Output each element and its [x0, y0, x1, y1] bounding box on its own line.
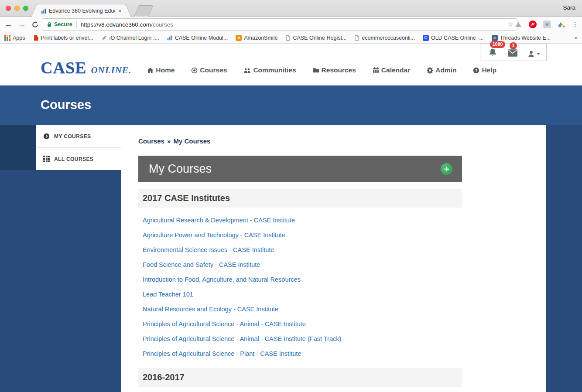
- address-bar[interactable]: Secure https://v8.edvance360.com/courses…: [42, 18, 517, 31]
- course-link[interactable]: Principles of Agricultural Science - Pla…: [143, 350, 301, 357]
- browser-window: Edvance 360 Evolving Educati × Sara ← → …: [0, 0, 582, 392]
- page-icon: [354, 35, 359, 41]
- list-item: Environmental Science Issues - CASE Inst…: [138, 242, 462, 257]
- bookmark-item[interactable]: C OLD CASE Online -...: [423, 35, 484, 41]
- communities-icon: [243, 67, 251, 74]
- page-content: CASE ONLINE. Home Courses Communities: [0, 44, 582, 392]
- person-icon: [527, 50, 535, 58]
- secure-label: Secure: [54, 21, 72, 27]
- nav-courses[interactable]: Courses: [191, 66, 227, 74]
- list-item: Lead Teacher 101: [138, 287, 462, 302]
- nav-home[interactable]: Home: [147, 66, 175, 74]
- traffic-lights: [6, 6, 28, 11]
- close-window-button[interactable]: [6, 6, 11, 11]
- add-course-button[interactable]: +: [441, 163, 452, 175]
- browser-profile-name[interactable]: Sara: [563, 4, 575, 11]
- left-rail: MY COURSES ALL COURSES: [0, 125, 121, 392]
- main-navigation: Home Courses Communities Resources Calen…: [147, 66, 496, 74]
- course-link[interactable]: Lead Teacher 101: [143, 291, 193, 298]
- bookmark-star-icon[interactable]: ☆: [508, 20, 514, 28]
- course-link[interactable]: Agriculture Power and Technology - CASE …: [143, 232, 285, 239]
- back-icon[interactable]: ←: [4, 19, 13, 30]
- calendar-icon: [373, 67, 379, 74]
- courses-icon: [191, 67, 198, 74]
- case-online-logo[interactable]: CASE ONLINE.: [41, 59, 131, 76]
- bookmark-item[interactable]: CASE Online Modul...: [167, 35, 228, 41]
- envelope-icon: [508, 49, 517, 57]
- apps-shortcut[interactable]: Apps: [4, 35, 25, 41]
- zoom-window-button[interactable]: [23, 6, 28, 11]
- bookmark-item[interactable]: CASE Online Regist...: [285, 35, 346, 41]
- browser-tab[interactable]: Edvance 360 Evolving Educati ×: [38, 4, 125, 17]
- section-header: 2016-2017: [138, 368, 462, 387]
- course-list: Agricultural Research & Development - CA…: [138, 208, 462, 361]
- bookmark-item[interactable]: a AmazonSmile: [236, 35, 277, 41]
- c-badge-icon: C: [423, 35, 429, 41]
- bell-icon: [488, 48, 497, 57]
- pinterest-extension-icon[interactable]: P: [529, 20, 537, 28]
- breadcrumb: Courses»My Courses: [138, 137, 546, 145]
- bookmark-item[interactable]: ✕ Threads Website E...: [492, 35, 551, 41]
- nav-admin[interactable]: Admin: [427, 66, 456, 74]
- tab-close-icon[interactable]: ×: [117, 7, 123, 14]
- section-header: 2017 CASE Institutes: [138, 189, 462, 208]
- document-red-icon: [33, 35, 39, 41]
- site-header: CASE ONLINE. Home Courses Communities: [0, 44, 582, 85]
- list-item: Principles of Agricultural Science - Ani…: [138, 331, 462, 346]
- my-courses-panel: My Courses + 2017 CASE Institutes Agricu…: [138, 156, 462, 392]
- course-link[interactable]: Natural Resources and Ecology - CASE Ins…: [143, 306, 278, 313]
- list-item: Agricultural Research & Development - CA…: [138, 213, 462, 228]
- page-icon: [285, 35, 291, 41]
- bookmark-item[interactable]: Print labels or envel...: [33, 35, 93, 41]
- r-extension-icon[interactable]: R: [543, 20, 551, 28]
- bookmark-item[interactable]: iO Channel Login :...: [101, 35, 159, 41]
- nav-resources[interactable]: Resources: [313, 66, 356, 74]
- bookmark-item[interactable]: ecommercecaseonli...: [354, 35, 415, 41]
- course-link[interactable]: Food Science and Safety - CASE Institute: [143, 261, 260, 268]
- boomerang-extension-icon[interactable]: [558, 20, 565, 28]
- new-tab-button[interactable]: [134, 5, 154, 17]
- threads-icon: ✕: [492, 35, 498, 41]
- list-item: Natural Resources and Ecology - CASE Ins…: [138, 302, 462, 317]
- apps-grid-icon: [4, 35, 10, 41]
- course-link[interactable]: Agricultural Research & Development - CA…: [143, 217, 295, 224]
- nav-communities[interactable]: Communities: [243, 66, 296, 74]
- reload-icon[interactable]: [31, 21, 39, 28]
- list-item: Principles of Agricultural Science - Ani…: [138, 317, 462, 331]
- breadcrumb-current: My Courses: [173, 137, 210, 145]
- breadcrumb-parent[interactable]: Courses: [138, 137, 164, 145]
- grid-icon: [43, 156, 50, 162]
- user-menu-button[interactable]: [527, 50, 540, 58]
- nav-help[interactable]: ? Help: [473, 66, 496, 74]
- messages-count-badge: 1: [510, 42, 517, 49]
- sidebar-item-all-courses[interactable]: ALL COURSES: [36, 148, 121, 170]
- svg-text:?: ?: [475, 68, 478, 72]
- amazon-icon: a: [236, 35, 242, 41]
- courses-sidebar: MY COURSES ALL COURSES: [36, 125, 121, 170]
- main-content: Courses»My Courses My Courses + 2017 CAS…: [121, 125, 546, 392]
- sidebar-item-my-courses[interactable]: MY COURSES: [36, 125, 121, 147]
- nav-calendar[interactable]: Calendar: [373, 66, 410, 74]
- feather-icon: [101, 35, 107, 41]
- notification-box: 1000 1: [480, 44, 547, 61]
- course-link[interactable]: Principles of Agricultural Science - Ani…: [143, 335, 341, 342]
- course-link[interactable]: Principles of Agricultural Science - Ani…: [143, 320, 306, 327]
- resources-icon: [313, 67, 319, 73]
- minimize-window-button[interactable]: [14, 6, 20, 11]
- list-item: Agriculture Power and Technology - CASE …: [138, 228, 462, 242]
- home-icon: [147, 67, 154, 74]
- edvance360-favicon: [41, 8, 47, 14]
- alerts-button[interactable]: 1000: [488, 48, 497, 58]
- browser-toolbar: ← → Secure https://v8.edvance360.com/cou…: [0, 17, 582, 32]
- right-rail: [546, 125, 582, 392]
- course-link[interactable]: Environmental Science Issues - CASE Inst…: [143, 246, 274, 253]
- browser-menu-icon[interactable]: ⋮: [572, 20, 579, 28]
- chart-favicon: [167, 35, 173, 41]
- bookmarks-overflow-icon[interactable]: »: [575, 34, 578, 41]
- list-item: Food Science and Safety - CASE Institute: [138, 257, 462, 272]
- url-text: https://v8.edvance360.com/courses: [81, 21, 173, 28]
- messages-button[interactable]: 1: [508, 49, 517, 58]
- alerts-count-badge: 1000: [490, 41, 505, 48]
- drive-extension-icon[interactable]: [514, 20, 522, 28]
- course-link[interactable]: Introduction to Food, Agriculture, and N…: [143, 276, 301, 283]
